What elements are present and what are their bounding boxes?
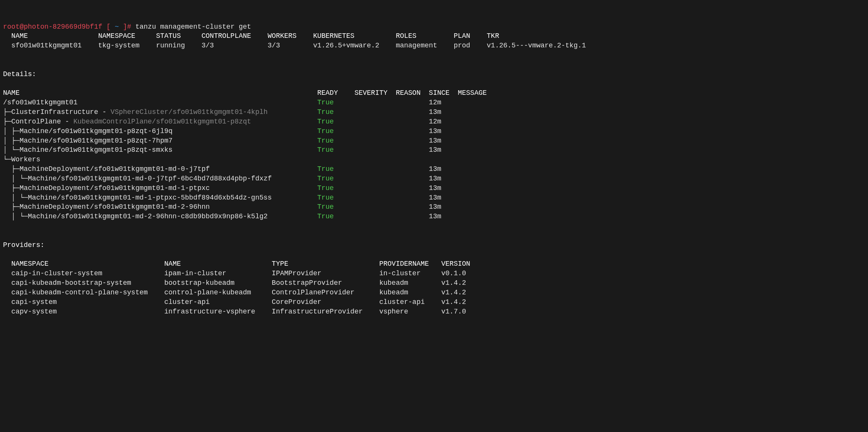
terminal-output[interactable]: root@photon-829669d9bf1f [ ~ ]# tanzu ma… bbox=[3, 22, 865, 317]
providers-label: Providers: bbox=[3, 241, 44, 249]
prompt-line: root@photon-829669d9bf1f [ ~ ]# tanzu ma… bbox=[3, 23, 251, 31]
prompt-lbracket: [ bbox=[102, 23, 114, 31]
prompt-path: ~ bbox=[115, 23, 119, 31]
prompt-rbracket: ]# bbox=[119, 23, 135, 31]
tree-table: NAME READY SEVERITY REASON SINCE MESSAGE… bbox=[3, 89, 487, 220]
cluster-table: NAME NAMESPACE STATUS CONTROLPLANE WORKE… bbox=[3, 32, 611, 49]
command-text: tanzu management-cluster get bbox=[135, 23, 251, 31]
details-label: Details: bbox=[3, 70, 36, 78]
providers-table: NAMESPACE NAME TYPE PROVIDERNAME VERSION… bbox=[3, 260, 491, 315]
prompt-user: root@photon-829669d9bf1f bbox=[3, 23, 102, 31]
